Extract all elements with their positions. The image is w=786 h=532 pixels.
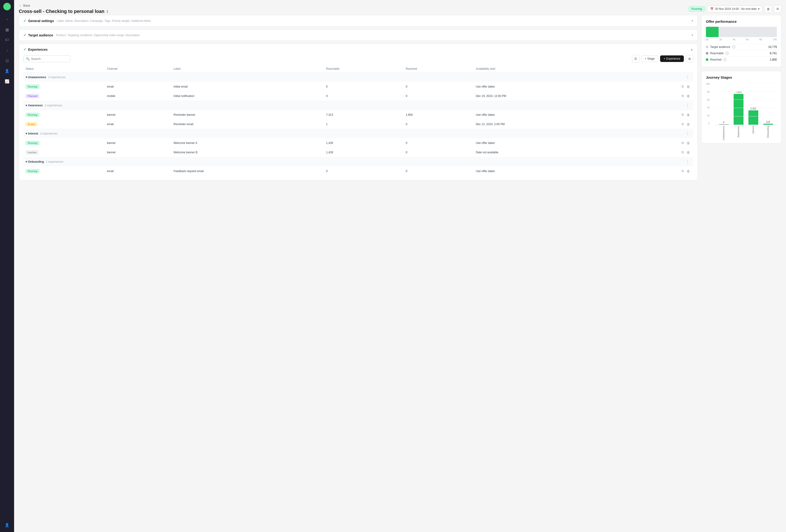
label-cell: Initial email bbox=[171, 82, 324, 91]
reachable-cell: 0 bbox=[324, 82, 403, 91]
stage-menu-unawareness[interactable]: ⋮ bbox=[684, 74, 691, 80]
delete-row-btn[interactable]: 🗑 bbox=[686, 150, 691, 155]
app-logo bbox=[3, 3, 11, 10]
stage-menu-onboarding[interactable]: ⋮ bbox=[684, 159, 691, 164]
experiences-toolbar: 🔍 ☰ + Stage + Experience ⊞ bbox=[19, 55, 697, 65]
target-audience-card: ✓ Target audience Product, Targeting con… bbox=[19, 29, 698, 41]
search-icon: 🔍 bbox=[26, 57, 30, 61]
label-cell: Reminder email bbox=[171, 120, 324, 129]
copy-row-btn[interactable]: ⧉ bbox=[680, 140, 685, 145]
right-panel: Offer performance 0k 2k 4k 6k 8k 10k bbox=[701, 15, 781, 180]
search-input[interactable] bbox=[31, 57, 68, 61]
copy-row-btn[interactable]: ⧉ bbox=[680, 169, 685, 173]
stage-count-unawareness: 2 experiences bbox=[48, 76, 66, 79]
stage-row-onboarding: ▾ Onboarding 1 experiences ⋮ bbox=[23, 157, 693, 166]
copy-row-btn[interactable]: ⧉ bbox=[680, 112, 685, 117]
layout-toggle-btn[interactable]: ⊞ bbox=[686, 55, 693, 63]
stage-count-interest: 2 experiences bbox=[40, 132, 57, 135]
main-content: ← Back Cross-sell - Checking to personal… bbox=[14, 0, 786, 532]
delete-row-btn[interactable]: 🗑 bbox=[686, 169, 691, 173]
bar-value-awareness: 7,313 bbox=[736, 91, 741, 93]
stage-chevron-icon[interactable]: ▾ bbox=[26, 132, 27, 135]
stage-row-unawareness: ▾ Unawareness 2 experiences ⋮ bbox=[23, 73, 693, 82]
general-settings-title: ✓ General settings Label, Name, Descript… bbox=[23, 19, 151, 23]
copy-button[interactable]: ⧉ bbox=[774, 5, 781, 13]
general-settings-header[interactable]: ✓ General settings Label, Name, Descript… bbox=[19, 15, 697, 26]
bar-value-unawareness: 0 bbox=[723, 121, 724, 124]
stage-menu-interest[interactable]: ⋮ bbox=[684, 131, 691, 136]
legend-label-reachable: Reachable bbox=[710, 52, 723, 55]
sidebar-icon-screen[interactable]: ⊡ bbox=[3, 56, 11, 65]
offer-chart-bar-bg bbox=[706, 27, 777, 37]
add-stage-button[interactable]: + Stage bbox=[641, 55, 658, 62]
row-actions: ⧉ 🗑 bbox=[629, 122, 691, 126]
stage-chevron-icon[interactable]: ▾ bbox=[26, 160, 27, 163]
copy-row-btn[interactable]: ⧉ bbox=[680, 84, 685, 89]
stage-menu-awareness[interactable]: ⋮ bbox=[684, 103, 691, 108]
info-icon-target[interactable]: i bbox=[732, 45, 735, 49]
x-label-unawareness: Unawareness bbox=[722, 126, 725, 140]
general-settings-subtitle: Label, Name, Description, Campaign, Tags… bbox=[57, 19, 151, 23]
legend-item-reachable: Reachable i 8,741 bbox=[706, 50, 777, 56]
reached-cell: 0 bbox=[403, 91, 473, 101]
sidebar-icon-chart[interactable]: ▦ bbox=[3, 25, 11, 34]
legend-value-reached: 1,800 bbox=[770, 58, 777, 61]
delete-button[interactable]: 🗑 bbox=[764, 5, 772, 13]
status-badge-ended: Ended bbox=[26, 122, 37, 126]
sidebar-icon-collapse[interactable]: › bbox=[3, 15, 11, 23]
target-audience-header[interactable]: ✓ Target audience Product, Targeting con… bbox=[19, 30, 697, 41]
bars-container: 0 7,313 3,352 bbox=[715, 83, 777, 125]
stage-name-unawareness: Unawareness bbox=[28, 76, 46, 79]
delete-row-btn[interactable]: 🗑 bbox=[686, 112, 691, 117]
stage-name-onboarding: Onboarding bbox=[28, 160, 44, 163]
view-toggle-list-btn[interactable]: ☰ bbox=[632, 55, 640, 63]
add-experience-button[interactable]: + Experience bbox=[660, 55, 684, 62]
offer-chart-bar-fill bbox=[706, 27, 719, 37]
bar-value-onboarding: 114 bbox=[766, 121, 770, 123]
journey-stages-title: Journey Stages bbox=[706, 75, 777, 79]
reachable-cell: 1,428 bbox=[324, 138, 403, 148]
info-icon-reachable[interactable]: i bbox=[725, 52, 729, 55]
reached-cell: 1,800 bbox=[403, 110, 473, 120]
delete-row-btn[interactable]: 🗑 bbox=[686, 140, 691, 145]
legend-value-target: 10,779 bbox=[768, 45, 777, 49]
sidebar-icon-tag[interactable]: 🏷 bbox=[3, 36, 11, 44]
info-icon-reached[interactable]: i bbox=[723, 58, 726, 61]
row-actions: ⧉ 🗑 bbox=[629, 84, 691, 89]
general-settings-label: General settings bbox=[28, 19, 54, 23]
availability-cell: Use offer dates bbox=[473, 138, 627, 148]
bar-fill-interest bbox=[748, 110, 758, 125]
delete-row-btn[interactable]: 🗑 bbox=[686, 93, 691, 98]
journey-chart: 10k 8k 6k 4k 2k 0 bbox=[706, 83, 777, 139]
experiences-chevron-icon[interactable]: ▲ bbox=[690, 48, 693, 51]
channel-cell: email bbox=[105, 82, 171, 91]
sidebar-icon-profile[interactable]: 👤 bbox=[3, 521, 11, 529]
reached-cell: 0 bbox=[403, 82, 473, 91]
back-link[interactable]: ← Back bbox=[19, 4, 109, 7]
experiences-check-icon: ✓ bbox=[23, 47, 26, 52]
delete-row-btn[interactable]: 🗑 bbox=[686, 122, 691, 126]
bar-group-interest: 3,352 bbox=[747, 83, 760, 125]
legend-item-reached: Reached i 1,800 bbox=[706, 56, 777, 63]
channel-cell: mobile bbox=[105, 91, 171, 101]
availability-cell: Use offer dates bbox=[473, 110, 627, 120]
reachable-cell: 0 bbox=[324, 166, 403, 176]
delete-row-btn[interactable]: 🗑 bbox=[686, 84, 691, 89]
stage-chevron-icon[interactable]: ▾ bbox=[26, 104, 27, 107]
sidebar-icon-analytics[interactable]: 📈 bbox=[3, 77, 11, 86]
row-actions: ⧉ 🗑 bbox=[629, 112, 691, 117]
date-range-button[interactable]: 📅 30 Nov 2024 14:00 - No end date ▾ bbox=[707, 6, 763, 12]
status-badge-running: Running bbox=[26, 84, 40, 89]
experiences-table-wrapper: Status Channel Label Reachable Reached A… bbox=[19, 65, 697, 180]
status-badge: Running bbox=[689, 6, 705, 12]
sidebar-icon-download[interactable]: ↓ bbox=[3, 46, 11, 54]
copy-row-btn[interactable]: ⧉ bbox=[680, 93, 685, 98]
reached-cell: 0 bbox=[403, 120, 473, 129]
sidebar-icon-user[interactable]: 👤 bbox=[3, 67, 11, 75]
stage-chevron-icon[interactable]: ▾ bbox=[26, 76, 27, 79]
experience-row: Running banner Welcome banner A 1,428 0 … bbox=[23, 138, 693, 148]
copy-row-btn[interactable]: ⧉ bbox=[680, 122, 685, 126]
legend-value-reachable: 8,741 bbox=[770, 52, 777, 55]
back-arrow-icon: ← bbox=[19, 4, 22, 7]
copy-row-btn[interactable]: ⧉ bbox=[680, 150, 685, 155]
